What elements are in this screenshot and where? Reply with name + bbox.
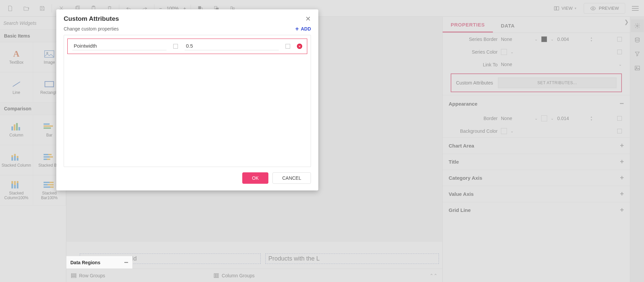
attribute-list: ✕ — [64, 35, 311, 167]
ok-button[interactable]: OK — [242, 172, 268, 184]
custom-attributes-dialog: Custom Attributes ✕ Change custom proper… — [56, 9, 318, 190]
attribute-name-input[interactable] — [72, 42, 167, 50]
dialog-subtitle: Change custom properties — [64, 26, 119, 32]
collapse-icon[interactable]: − — [124, 258, 128, 267]
modal-overlay: Custom Attributes ✕ Change custom proper… — [0, 0, 644, 282]
attribute-name-checkbox[interactable] — [173, 44, 178, 49]
cancel-button[interactable]: CANCEL — [272, 172, 311, 184]
attribute-row: ✕ — [67, 39, 307, 54]
add-button[interactable]: +ADD — [295, 26, 311, 32]
delete-row-icon[interactable]: ✕ — [297, 44, 302, 49]
dialog-title: Custom Attributes — [64, 15, 119, 22]
close-icon[interactable]: ✕ — [305, 15, 311, 23]
attribute-value-input[interactable] — [185, 42, 279, 50]
attribute-value-checkbox[interactable] — [285, 44, 290, 49]
section-data-regions[interactable]: Data Regions− — [66, 256, 133, 269]
